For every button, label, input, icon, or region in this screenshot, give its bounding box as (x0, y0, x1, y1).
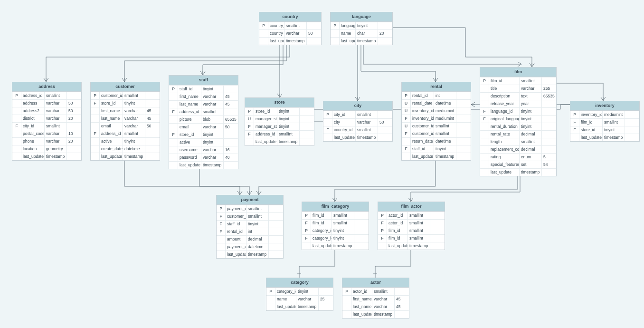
column-row[interactable]: last_updatetimestamp (480, 168, 556, 176)
entity-store[interactable]: storePstore_idtinyint Umanager_staff_idt… (245, 97, 314, 146)
column-row[interactable]: Umanager_staff_idtinyint (245, 115, 314, 123)
entity-payment[interactable]: paymentPpayment_idsmallint Fcustomer_ids… (216, 195, 284, 259)
column-row[interactable]: Pfilm_idsmallint (378, 227, 445, 234)
column-row[interactable]: last_namevarchar45 (169, 100, 238, 108)
column-row[interactable]: first_namevarchar45 (342, 295, 409, 303)
column-row[interactable]: special_featuresset54 (480, 161, 556, 168)
column-row[interactable]: last_updatetimestamp (342, 310, 409, 318)
column-row[interactable]: last_updatetimestamp (12, 153, 81, 160)
column-row[interactable]: last_namevarchar45 (91, 115, 160, 122)
column-row[interactable]: Faddress_idsmallint (245, 130, 314, 138)
column-row[interactable]: Fmanager_staff_idtinyint (245, 123, 314, 130)
column-row[interactable]: Pinventory_idmediumint (570, 111, 639, 118)
entity-address[interactable]: addressPaddress_idsmallint addressvarcha… (12, 82, 82, 161)
column-row[interactable]: usernamevarchar16 (169, 146, 238, 154)
column-row[interactable]: last_namevarchar45 (342, 303, 409, 310)
column-row[interactable]: Urental_datedatetime (402, 99, 471, 107)
column-row[interactable]: last_updatetimestamp (302, 242, 369, 250)
column-row[interactable]: Prental_idint (402, 92, 471, 99)
column-row[interactable]: activetinyint (91, 137, 160, 145)
column-row[interactable]: last_updatetimestamp (378, 242, 445, 250)
column-row[interactable]: Pcategory_idtinyint (266, 288, 333, 295)
column-row[interactable]: districtvarchar20 (12, 115, 81, 122)
column-row[interactable]: activetinyint (169, 138, 238, 146)
entity-category[interactable]: categoryPcategory_idtinyint namevarchar2… (266, 278, 333, 311)
column-row[interactable]: namechar20 (331, 29, 392, 37)
column-row[interactable]: Ppayment_idsmallint (217, 205, 283, 212)
entity-rental[interactable]: rentalPrental_idint Urental_datedatetime… (401, 82, 471, 161)
column-row[interactable]: titlevarchar255 (480, 85, 556, 92)
column-row[interactable]: Uinventory_idmediumint (402, 107, 471, 115)
column-row[interactable]: Pcustomer_idsmallint (91, 92, 160, 99)
column-row[interactable]: Fcategory_idtinyint (302, 234, 369, 242)
column-row[interactable]: first_namevarchar45 (91, 107, 160, 115)
column-row[interactable]: Ffilm_idsmallint (302, 219, 369, 227)
column-row[interactable]: emailvarchar50 (169, 123, 238, 131)
column-row[interactable]: passwordvarchar40 (169, 154, 238, 161)
column-row[interactable]: last_updatetimestamp (259, 37, 321, 45)
column-row[interactable]: rental_ratedecimal (480, 130, 556, 138)
entity-customer[interactable]: customerPcustomer_idsmallint Fstore_idti… (90, 82, 160, 161)
column-row[interactable]: Pcity_idsmallint (323, 111, 392, 118)
column-row[interactable]: amountdecimal (217, 235, 283, 243)
column-row[interactable]: lengthsmallint (480, 138, 556, 145)
column-row[interactable]: Fstaff_idtinyint (217, 220, 283, 228)
entity-film_actor[interactable]: film_actorPactor_idsmallint Factor_idsma… (378, 202, 445, 250)
column-row[interactable]: Fstaff_idtinyint (402, 145, 471, 153)
column-row[interactable]: payment_datedatetime (217, 243, 283, 251)
column-row[interactable]: last_updatetimestamp (169, 161, 238, 169)
column-row[interactable]: Fcountry_idsmallint (323, 126, 392, 134)
column-row[interactable]: Faddress_idsmallint (169, 108, 238, 116)
column-row[interactable]: Finventory_idmediumint (402, 115, 471, 122)
column-row[interactable]: phonevarchar20 (12, 137, 81, 145)
column-row[interactable]: addressvarchar50 (12, 99, 81, 107)
column-row[interactable]: Fcity_idsmallint (12, 122, 81, 130)
column-row[interactable]: last_updatetimestamp (245, 138, 314, 145)
column-row[interactable]: Pstaff_idtinyint (169, 85, 238, 93)
column-row[interactable]: countryvarchar50 (259, 29, 321, 37)
column-row[interactable]: Pfilm_idsmallint (480, 77, 556, 85)
column-row[interactable]: Pcategory_idtinyint (302, 227, 369, 234)
column-row[interactable]: last_updatetimestamp (266, 303, 333, 310)
entity-film_category[interactable]: film_categoryPfilm_idsmallint Ffilm_idsm… (302, 202, 369, 250)
column-row[interactable]: create_datedatetime (91, 145, 160, 153)
column-row[interactable]: last_updatetimestamp (217, 251, 283, 258)
column-row[interactable]: Fstore_idtinyint (169, 131, 238, 138)
column-row[interactable]: Flanguage_idtinyint (480, 107, 556, 115)
column-row[interactable]: Pcountry_idsmallint (259, 22, 321, 29)
column-row[interactable]: last_updatetimestamp (323, 134, 392, 141)
column-row[interactable]: last_updatetimestamp (402, 153, 471, 160)
column-row[interactable]: Planguage_idtinyint (331, 22, 392, 29)
column-row[interactable]: Fcustomer_idsmallint (402, 130, 471, 137)
column-row[interactable]: last_updatetimestamp (91, 153, 160, 160)
column-row[interactable]: Pfilm_idsmallint (302, 212, 369, 219)
column-row[interactable]: emailvarchar50 (91, 122, 160, 130)
column-row[interactable]: Ucustomer_idsmallint (402, 122, 471, 130)
column-row[interactable]: Paddress_idsmallint (12, 92, 81, 99)
column-row[interactable]: address2varchar50 (12, 107, 81, 115)
column-row[interactable]: Ffilm_idsmallint (378, 234, 445, 242)
column-row[interactable]: namevarchar25 (266, 295, 333, 303)
column-row[interactable]: cityvarchar50 (323, 118, 392, 126)
column-row[interactable]: postal_codevarchar10 (12, 130, 81, 137)
column-row[interactable]: Ffilm_idsmallint (570, 118, 639, 126)
column-row[interactable]: Pactor_idsmallint (342, 288, 409, 295)
column-row[interactable]: Pactor_idsmallint (378, 212, 445, 219)
column-row[interactable]: last_updatetimestamp (331, 37, 392, 45)
column-row[interactable]: pictureblob65535 (169, 116, 238, 123)
column-row[interactable]: rental_durationtinyint (480, 123, 556, 130)
column-row[interactable]: Foriginal_language_idtinyint (480, 115, 556, 123)
column-row[interactable]: first_namevarchar45 (169, 93, 238, 100)
column-row[interactable]: Pstore_idtinyint (245, 107, 314, 115)
column-row[interactable]: Frental_idint (217, 228, 283, 235)
column-row[interactable]: Fstore_idtinyint (570, 126, 639, 134)
entity-country[interactable]: countryPcountry_idsmallint countryvarcha… (259, 12, 322, 45)
entity-inventory[interactable]: inventoryPinventory_idmediumint Ffilm_id… (570, 101, 640, 142)
column-row[interactable]: last_updatetimestamp (570, 134, 639, 141)
column-row[interactable]: ratingenum5 (480, 153, 556, 161)
entity-city[interactable]: cityPcity_idsmallint cityvarchar50Fcount… (323, 101, 393, 142)
column-row[interactable]: Faddress_idsmallint (91, 130, 160, 137)
column-row[interactable]: release_yearyear (480, 100, 556, 107)
entity-actor[interactable]: actorPactor_idsmallint first_namevarchar… (342, 278, 409, 318)
column-row[interactable]: locationgeometry (12, 145, 81, 153)
